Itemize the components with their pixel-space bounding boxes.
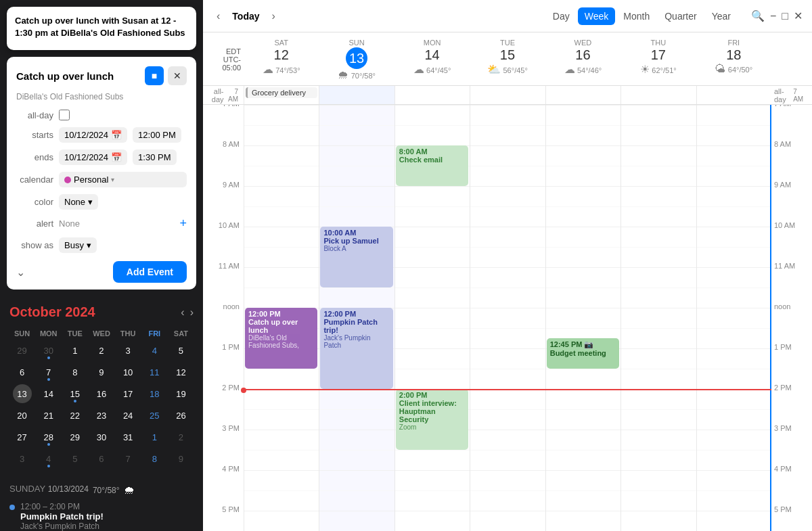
mini-cal-day-29[interactable]: 29 <box>13 341 32 360</box>
mini-cal-next-button[interactable]: › <box>190 306 194 319</box>
mini-cal-prev-button[interactable]: ‹ <box>181 306 184 319</box>
mini-cal-day-9[interactable]: 9 <box>171 449 190 468</box>
search-icon-button[interactable]: 🔍 <box>751 9 765 22</box>
mini-cal-day-24[interactable]: 24 <box>118 406 137 425</box>
mini-cal-day-10[interactable]: 10 <box>118 363 137 382</box>
quarter-view-button[interactable]: Quarter <box>658 7 703 25</box>
mini-cal-day-31[interactable]: 31 <box>118 428 137 446</box>
tooltip-title: Catch up over lunch with Susan at 12 - 1… <box>15 15 188 39</box>
mini-cal-day-7[interactable]: 7 <box>39 363 58 382</box>
hour-line-wed-2 <box>546 186 621 187</box>
event-3[interactable]: 12:00 PMCatch up over lunchDiBella's Old… <box>245 308 317 369</box>
mini-cal-day-14[interactable]: 14 <box>39 384 58 403</box>
mini-cal-day-8[interactable]: 8 <box>145 449 164 468</box>
mini-cal-day-2[interactable]: 2 <box>171 428 190 446</box>
weather-mon-icon: ☁ <box>413 64 424 75</box>
calendar-select[interactable]: Personal ▾ <box>59 172 187 187</box>
cal-scroll[interactable]: 7 AM8 AM9 AM10 AM11 AMnoon1 PM2 PM3 PM4 … <box>203 105 812 531</box>
mini-cal-day-27[interactable]: 27 <box>13 428 32 446</box>
mini-cal-day-17[interactable]: 17 <box>118 384 137 403</box>
event-title-5: Budget meeting <box>550 349 616 357</box>
temp-fri: 64°/50° <box>728 66 752 74</box>
mini-cal-day-25[interactable]: 25 <box>145 406 164 425</box>
mini-cal-day-6[interactable]: 6 <box>13 363 32 382</box>
today-button[interactable]: Today <box>227 8 265 24</box>
mini-cal-day-16[interactable]: 16 <box>92 384 111 403</box>
mini-cal-day-21[interactable]: 21 <box>39 406 58 425</box>
mini-cal-day-23[interactable]: 23 <box>92 406 111 425</box>
mini-cal-day-18[interactable]: 18 <box>145 384 164 403</box>
maximize-icon-button[interactable]: □ <box>782 9 788 22</box>
all-day-tue <box>470 86 545 104</box>
mini-cal-day-30[interactable]: 30 <box>92 428 111 446</box>
right-panel: ‹ Today › Day Week Month Quarter Year 🔍 … <box>203 0 812 531</box>
week-view-button[interactable]: Week <box>578 7 616 25</box>
mini-cal-day-15[interactable]: 15 <box>66 384 85 403</box>
expand-button[interactable]: ⌄ <box>16 266 25 279</box>
alert-value: None <box>59 218 174 229</box>
mini-cal-day-4[interactable]: 4 <box>39 449 58 468</box>
right-time-label-3: 10 AM <box>774 221 795 229</box>
mini-cal-day-19[interactable]: 19 <box>171 384 190 403</box>
end-date-input[interactable]: 10/12/2024 📅 <box>59 149 127 165</box>
day-col-fri <box>696 105 771 531</box>
day-col-tue <box>470 105 545 531</box>
mini-cal-day-12[interactable]: 12 <box>171 363 190 382</box>
alert-add-button[interactable]: + <box>179 216 187 231</box>
year-view-button[interactable]: Year <box>705 7 738 25</box>
mini-cal-day-5[interactable]: 5 <box>171 341 190 360</box>
mini-cal-day-7[interactable]: 7 <box>118 449 137 468</box>
close-icon-button[interactable]: ✕ <box>168 66 187 85</box>
event-1[interactable]: 2:00 PMClient interview: Hauptman Securi… <box>396 389 468 450</box>
mini-cal-day-1[interactable]: 1 <box>66 341 85 360</box>
end-date-value: 10/12/2024 <box>64 152 108 162</box>
start-date-input[interactable]: 10/12/2024 📅 <box>59 127 127 143</box>
mini-cal-day-13[interactable]: 13 <box>13 384 32 403</box>
hour-line-thu-4 <box>621 267 696 268</box>
start-time-input[interactable]: 12:00 PM <box>133 127 181 143</box>
day-view-button[interactable]: Day <box>546 7 577 25</box>
mini-cal-day-3[interactable]: 3 <box>13 449 32 468</box>
edit-icon-button[interactable]: ■ <box>145 66 164 85</box>
all-day-checkbox[interactable] <box>59 110 70 120</box>
mini-cal-day-29[interactable]: 29 <box>66 428 85 446</box>
hour-line-sat-1 <box>244 145 319 146</box>
event-0[interactable]: 8:00 AMCheck email <box>396 145 468 186</box>
right-time-label-10: 5 PM <box>774 505 792 513</box>
right-time-label-7: 2 PM <box>774 384 792 392</box>
day-col-wed <box>545 105 621 531</box>
show-as-select[interactable]: Busy ▾ <box>59 237 97 253</box>
minimize-icon-button[interactable]: − <box>770 9 776 22</box>
mini-cal-day-5[interactable]: 5 <box>66 449 85 468</box>
color-select[interactable]: None ▾ <box>59 194 98 210</box>
add-event-button[interactable]: Add Event <box>113 261 187 283</box>
next-week-button[interactable]: › <box>268 7 279 25</box>
event-5[interactable]: 12:45 PM 📷Budget meeting <box>547 338 619 369</box>
mini-cal-day-20[interactable]: 20 <box>13 406 32 425</box>
month-view-button[interactable]: Month <box>616 7 656 25</box>
mini-cal-day-9[interactable]: 9 <box>92 363 111 382</box>
mini-cal-day-30[interactable]: 30 <box>39 341 58 360</box>
mini-cal-day-6[interactable]: 6 <box>92 449 111 468</box>
mini-cal-day-26[interactable]: 26 <box>171 406 190 425</box>
prev-week-button[interactable]: ‹ <box>212 7 224 25</box>
form-bottom: ⌄ Add Event <box>16 261 187 283</box>
mini-cal-day-3[interactable]: 3 <box>118 341 137 360</box>
event-4[interactable]: 12:00 PMPumpkin Patch trip!Jack's Pumpki… <box>320 308 392 389</box>
bottom-event-location: Jack's Pumpkin Patch <box>20 522 104 531</box>
event-time-5: 12:45 PM 📷 <box>550 340 616 349</box>
mini-cal-day-1[interactable]: 1 <box>145 428 164 446</box>
mini-cal-day-28[interactable]: 28 <box>39 428 58 446</box>
color-chevron-icon: ▾ <box>88 197 93 207</box>
mini-cal-day-8[interactable]: 8 <box>66 363 85 382</box>
end-time-input[interactable]: 1:30 PM <box>133 149 176 165</box>
mini-cal-day-4[interactable]: 4 <box>145 341 164 360</box>
close-window-button[interactable]: ✕ <box>794 9 803 22</box>
event-sub-2: Block A <box>323 245 389 252</box>
event-2[interactable]: 10:00 AMPick up SamuelBlock A <box>320 227 392 287</box>
mini-cal-day-22[interactable]: 22 <box>66 406 85 425</box>
toolbar-icons: 🔍 − □ ✕ <box>751 9 803 22</box>
mini-cal-day-2[interactable]: 2 <box>92 341 111 360</box>
mini-cal-day-11[interactable]: 11 <box>145 363 164 382</box>
grocery-delivery-event[interactable]: Grocery delivery <box>246 87 317 98</box>
